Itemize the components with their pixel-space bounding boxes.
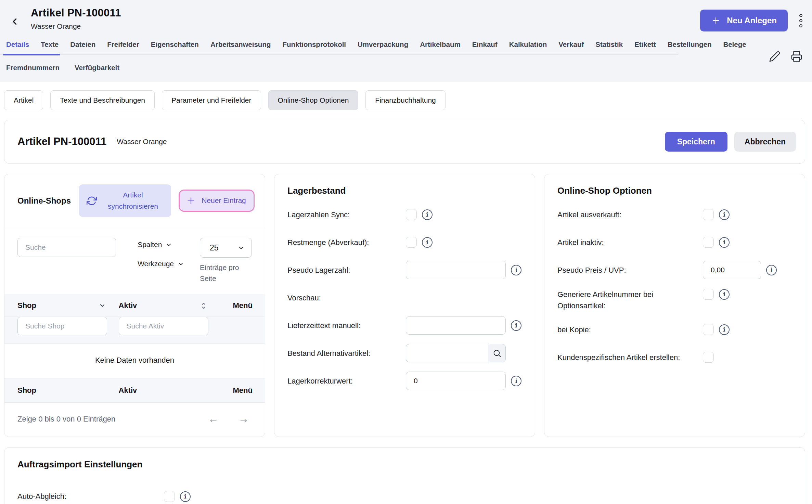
shop-filter-input[interactable] [17, 317, 107, 335]
sync-button-label: Artikel synchronisieren [102, 190, 164, 212]
tab-funktionsprotokoll[interactable]: Funktionsprotokoll [282, 40, 346, 54]
tab-eigenschaften[interactable]: Eigenschaften [151, 40, 199, 54]
pill-texte-und-beschreibungen[interactable]: Texte und Beschreibungen [50, 90, 155, 110]
kebab-menu-button[interactable] [798, 12, 804, 29]
entries-per-page-value: 25 [210, 243, 219, 253]
pencil-icon [769, 51, 781, 62]
generiere-artikelnummer-checkbox[interactable] [703, 289, 714, 300]
neuer-eintrag-label: Neuer Eintrag [200, 195, 247, 206]
tab-fremdnummern[interactable]: Fremdnummern [6, 64, 60, 72]
next-page-arrow-icon[interactable]: → [239, 414, 249, 424]
section-pills: Artikel Texte und Beschreibungen Paramet… [4, 90, 805, 110]
neuer-eintrag-button[interactable]: Neuer Eintrag [179, 190, 255, 212]
lieferzeittext-label: Lieferzeittext manuell: [287, 320, 406, 331]
entries-per-page-select[interactable]: 25 [200, 238, 252, 258]
lieferzeittext-input[interactable] [406, 316, 506, 335]
tab-belege[interactable]: Belege [723, 40, 746, 54]
tab-verfuegbarkeit[interactable]: Verfügbarkeit [75, 64, 119, 72]
info-icon[interactable]: i [511, 265, 521, 275]
tab-dateien[interactable]: Dateien [70, 40, 95, 54]
column-header-menu: Menü [233, 301, 253, 310]
artikel-ausverkauft-checkbox[interactable] [703, 209, 714, 220]
footer-column-menu: Menü [233, 386, 253, 395]
info-icon[interactable]: i [180, 491, 191, 502]
tab-bar-row1: Details Texte Dateien Freifelder Eigensc… [0, 32, 679, 55]
info-icon[interactable]: i [719, 209, 730, 220]
table-footer: Zeige 0 bis 0 von 0 Einträgen ← → [4, 403, 265, 437]
tab-bestellungen[interactable]: Bestellungen [668, 40, 712, 54]
werkzeuge-dropdown[interactable]: Werkzeuge [138, 260, 184, 268]
top-bar: Artikel PN-100011 Wasser Orange Neu Anle… [0, 0, 812, 81]
spalten-dropdown[interactable]: Spalten [138, 241, 172, 249]
pseudo-preis-label: Pseudo Preis / UVP: [557, 264, 703, 276]
info-icon[interactable]: i [422, 209, 433, 220]
neu-anlegen-button[interactable]: Neu Anlegen [700, 10, 788, 31]
auftragsimport-panel: Auftragsimport Einstellungen Auto-Abglei… [4, 447, 805, 504]
lagerzahlen-sync-checkbox[interactable] [406, 209, 417, 220]
auto-abgleich-checkbox[interactable] [164, 491, 175, 502]
bei-kopie-label: bei Kopie: [557, 324, 703, 335]
online-shop-optionen-panel: Online-Shop Optionen Artikel ausverkauft… [544, 174, 805, 437]
neu-anlegen-label: Neu Anlegen [727, 16, 777, 25]
bei-kopie-checkbox[interactable] [703, 324, 714, 335]
table-header-row: Shop Aktiv Menü [4, 294, 265, 317]
tab-arbeitsanweisung[interactable]: Arbeitsanweisung [210, 40, 271, 54]
back-button[interactable] [8, 15, 21, 28]
info-icon[interactable]: i [719, 237, 730, 248]
artikel-inaktiv-checkbox[interactable] [703, 237, 714, 248]
tab-einkauf[interactable]: Einkauf [472, 40, 498, 54]
tab-umverpackung[interactable]: Umverpackung [358, 40, 408, 54]
sort-updown-icon[interactable] [201, 302, 207, 310]
prev-page-arrow-icon[interactable]: ← [208, 414, 219, 424]
column-header-aktiv[interactable]: Aktiv [119, 301, 137, 310]
save-button[interactable]: Speichern [665, 132, 727, 152]
info-icon[interactable]: i [719, 324, 730, 335]
online-shops-title: Online-Shops [17, 195, 72, 207]
auto-abgleich-label: Auto-Abgleich: [17, 492, 164, 501]
bestand-alternativartikel-label: Bestand Alternativartikel: [287, 348, 406, 359]
tab-etikett[interactable]: Etikett [634, 40, 656, 54]
lagerkorrekturwert-input[interactable] [406, 372, 506, 390]
artikel-synchronisieren-button[interactable]: Artikel synchronisieren [79, 184, 171, 217]
vorschau-label: Vorschau: [287, 292, 406, 303]
pill-finanzbuchhaltung[interactable]: Finanzbuchhaltung [365, 90, 445, 110]
column-header-shop[interactable]: Shop [17, 301, 36, 310]
auftragsimport-title: Auftragsimport Einstellungen [17, 459, 791, 471]
tab-kalkulation[interactable]: Kalkulation [509, 40, 547, 54]
print-button[interactable] [790, 50, 803, 63]
restmenge-checkbox[interactable] [406, 237, 417, 248]
tab-statistik[interactable]: Statistik [595, 40, 623, 54]
tab-verkauf[interactable]: Verkauf [558, 40, 584, 54]
artikel-inaktiv-label: Artikel inaktiv: [557, 237, 703, 248]
info-icon[interactable]: i [766, 265, 777, 275]
tab-texte[interactable]: Texte [41, 40, 59, 54]
pseudo-lagerzahl-input[interactable] [406, 261, 506, 279]
lagerbestand-title: Lagerbestand [274, 174, 535, 199]
pill-online-shop-optionen[interactable]: Online-Shop Optionen [268, 90, 359, 110]
info-icon[interactable]: i [511, 376, 521, 386]
tab-details[interactable]: Details [6, 40, 29, 54]
kundenspezifisch-checkbox[interactable] [703, 352, 714, 363]
pill-parameter-und-freifelder[interactable]: Parameter und Freifelder [162, 90, 261, 110]
info-icon[interactable]: i [422, 237, 433, 248]
edit-button[interactable] [768, 50, 781, 63]
info-icon[interactable]: i [719, 289, 730, 300]
alternativartikel-search-button[interactable] [488, 344, 506, 362]
cancel-button[interactable]: Abbrechen [734, 132, 796, 152]
chevron-down-icon [166, 242, 172, 248]
footer-column-aktiv: Aktiv [119, 386, 220, 395]
online-shops-panel: Online-Shops Artikel synchronisieren Neu… [4, 174, 265, 437]
printer-icon [791, 51, 802, 62]
sort-desc-icon[interactable] [99, 302, 106, 309]
search-input[interactable] [17, 238, 116, 257]
pill-artikel[interactable]: Artikel [4, 90, 43, 110]
info-icon[interactable]: i [511, 320, 521, 331]
pseudo-preis-input[interactable] [703, 261, 761, 279]
tab-artikelbaum[interactable]: Artikelbaum [420, 40, 460, 54]
werkzeuge-label: Werkzeuge [138, 260, 174, 268]
bestand-alternativartikel-input[interactable] [406, 344, 488, 362]
tab-freifelder[interactable]: Freifelder [107, 40, 139, 54]
kebab-dot-icon [799, 19, 802, 22]
aktiv-filter-input[interactable] [119, 317, 208, 335]
search-icon [492, 349, 502, 358]
